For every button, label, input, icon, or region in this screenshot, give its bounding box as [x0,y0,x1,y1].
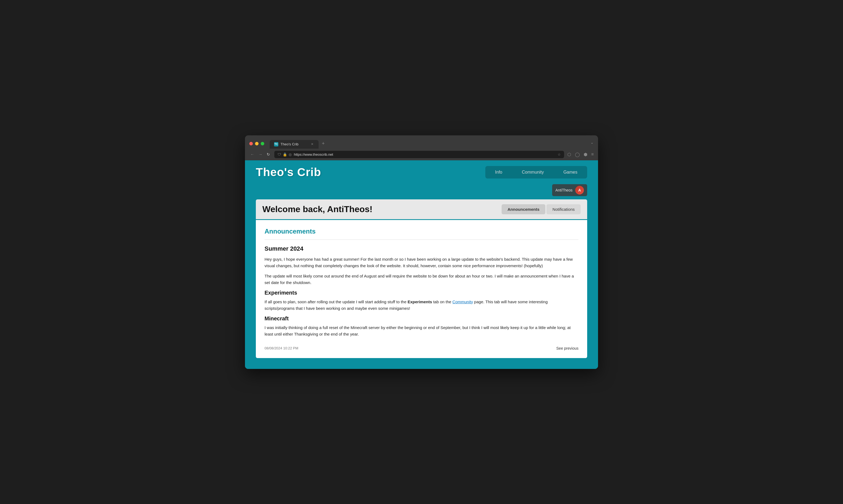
shield-icon: 🛡 [278,152,281,157]
bookmark-icon[interactable]: ☆ [557,152,561,157]
announcements-heading: Announcements [264,228,579,235]
url-text: https://www.theoscrib.net [294,152,555,157]
tab-announcements[interactable]: Announcements [502,204,546,214]
back-button[interactable]: ← [249,151,255,158]
nav-item-info[interactable]: Info [485,166,512,179]
tab-menu-button[interactable]: ⌄ [590,140,594,147]
announcement-footer: 08/08/2024 10:22 PM See previous [264,344,579,350]
location-icon: ◎ [289,152,292,157]
traffic-lights [249,142,264,145]
announcement-body-minecraft: I was initially thinking of doing a full… [264,324,579,338]
url-icons: 🛡 🔒 ◎ [278,152,292,157]
extensions-icon[interactable]: ⬢ [584,152,587,157]
nav-buttons: ← → ↻ [249,151,271,158]
active-tab[interactable]: TC Theo's Crib ✕ [270,140,319,149]
website: Theo's Crib Info Community Games AntiThe… [245,160,598,369]
announcement-body-1: Hey guys, I hope everyone has had a grea… [264,256,579,269]
toolbar-icons: ⬡ ◯ ⬢ ≡ [567,152,594,157]
url-bar[interactable]: 🛡 🔒 ◎ https://www.theoscrib.net ☆ [274,151,564,158]
close-button[interactable] [249,142,253,145]
see-previous-link[interactable]: See previous [556,346,579,350]
tab-bar: TC Theo's Crib ✕ + [270,139,327,149]
section-title-summer: Summer 2024 [264,245,579,252]
pocket-icon[interactable]: ⬡ [567,152,571,157]
experiments-text-mid: tab on the [432,300,452,304]
announcement-body-experiments: If all goes to plan, soon after rolling … [264,299,579,312]
nav-item-community[interactable]: Community [512,166,554,179]
experiments-bold: Experiments [408,300,432,304]
address-bar: ← → ↻ 🛡 🔒 ◎ https://www.theoscrib.net ☆ … [245,149,598,160]
welcome-bar: Welcome back, AntiTheos! Announcements N… [256,199,587,220]
section-title-minecraft: Minecraft [264,316,579,322]
tab-favicon: TC [274,142,278,146]
site-header: Theo's Crib Info Community Games [245,160,598,184]
main-content: Welcome back, AntiTheos! Announcements N… [245,199,598,369]
menu-icon[interactable]: ≡ [591,152,594,157]
tab-title: Theo's Crib [280,142,308,146]
section-title-experiments: Experiments [264,290,579,296]
announcements-panel: Announcements Summer 2024 Hey guys, I ho… [256,220,587,358]
lock-icon: 🔒 [283,152,287,157]
user-badge[interactable]: AntiTheos A [552,184,587,196]
user-name: AntiTheos [555,188,572,192]
experiments-text-before: If all goes to plan, soon after rolling … [264,300,408,304]
new-tab-button[interactable]: + [320,139,327,149]
title-bar: TC Theo's Crib ✕ + ⌄ [245,136,598,149]
tab-close-button[interactable]: ✕ [310,142,314,146]
site-nav: Info Community Games [485,166,587,179]
divider [264,239,579,240]
announcement-body-2: The update will most likely come out aro… [264,273,579,286]
refresh-button[interactable]: ↻ [265,151,271,158]
browser-window: TC Theo's Crib ✕ + ⌄ ← → ↻ 🛡 🔒 ◎ https:/… [245,136,598,369]
welcome-title: Welcome back, AntiTheos! [262,204,372,214]
minimize-button[interactable] [255,142,259,145]
forward-button[interactable]: → [257,151,263,158]
tab-buttons: Announcements Notifications [502,204,581,214]
community-link[interactable]: Community [452,300,473,304]
maximize-button[interactable] [261,142,264,145]
tab-notifications[interactable]: Notifications [547,204,581,214]
avatar: A [575,186,584,195]
profile-icon[interactable]: ◯ [575,152,580,157]
nav-item-games[interactable]: Games [553,166,587,179]
user-bar: AntiTheos A [245,184,598,199]
announcement-date: 08/08/2024 10:22 PM [264,346,298,350]
site-logo: Theo's Crib [256,166,321,179]
